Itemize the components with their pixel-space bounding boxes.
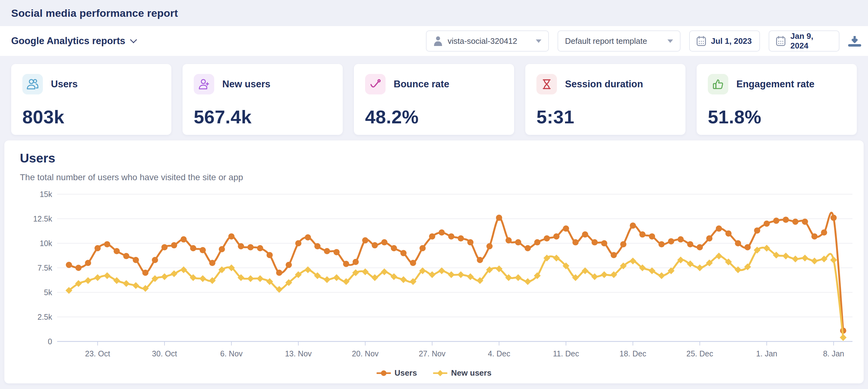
bounce-icon [365,74,385,94]
legend-item[interactable]: Users [377,368,417,378]
svg-text:30. Oct: 30. Oct [152,349,177,358]
calendar-icon [776,36,785,46]
kpi-label: New users [222,79,270,90]
svg-text:11. Dec: 11. Dec [553,349,579,358]
chart-canvas[interactable]: 02.5k5k7.5k10k12.5k15k23. Oct30. Oct6. N… [20,191,848,367]
date-from-value: Jul 1, 2023 [711,36,752,46]
download-icon [848,35,861,47]
toolbar: Google Analytics reports vista-social-32… [0,26,868,56]
users-chart-card: Users The total number of users who have… [4,140,864,383]
title-bar: Social media performance report [0,0,868,26]
kpi-value: 5:31 [536,106,674,128]
users-icon [22,74,43,94]
caret-down-icon [668,39,673,43]
svg-text:7.5k: 7.5k [37,263,53,272]
kpi-value: 567.4k [194,106,332,128]
caret-down-icon [536,39,541,43]
reports-dropdown-label: Google Analytics reports [11,35,125,47]
download-report-button[interactable] [848,35,861,47]
legend-marker-diamond [433,369,447,377]
kpi-label: Bounce rate [394,79,449,90]
person-icon [433,36,443,46]
svg-text:25. Dec: 25. Dec [686,349,713,358]
date-to-picker[interactable]: Jan 9, 2024 [769,30,839,52]
chart-subtitle: The total number of users who have visit… [20,172,848,183]
svg-text:0: 0 [48,337,52,346]
svg-text:23. Oct: 23. Oct [85,349,110,358]
kpi-card-new-users: New users 567.4k [183,64,343,135]
date-to-value: Jan 9, 2024 [790,31,832,51]
svg-text:4. Dec: 4. Dec [488,349,510,358]
kpi-label: Engagement rate [736,79,815,90]
svg-text:20. Nov: 20. Nov [352,349,379,358]
profile-select[interactable]: vista-social-320412 [426,30,549,52]
svg-text:2.5k: 2.5k [37,312,53,321]
kpi-card-engagement-rate: Engagement rate 51.8% [696,64,857,135]
svg-text:18. Dec: 18. Dec [620,349,646,358]
kpi-card-bounce-rate: Bounce rate 48.2% [354,64,514,135]
page-title: Social media performance report [11,7,178,19]
legend-item[interactable]: New users [433,368,491,378]
svg-text:5k: 5k [44,288,53,297]
svg-text:12.5k: 12.5k [33,214,53,223]
kpi-value: 48.2% [365,106,503,128]
chart-title: Users [20,151,848,166]
legend-label: New users [451,368,491,378]
date-from-picker[interactable]: Jul 1, 2023 [689,30,760,52]
svg-text:27. Nov: 27. Nov [419,349,446,358]
svg-text:13. Nov: 13. Nov [285,349,312,358]
profile-select-value: vista-social-320412 [448,36,531,46]
legend-label: Users [395,368,417,378]
kpi-card-users: Users 803k [11,64,172,135]
toolbar-controls: vista-social-320412 Default report templ… [426,30,857,52]
kpi-value: 51.8% [708,106,846,128]
kpi-card-session-duration: Session duration 5:31 [525,64,685,135]
kpi-row: Users 803k New users 567.4k Bounce rate … [0,56,868,135]
hourglass-icon [536,74,557,94]
kpi-label: Session duration [565,79,643,90]
template-select[interactable]: Default report template [558,30,681,52]
svg-text:1. Jan: 1. Jan [756,349,777,358]
svg-text:8. Jan: 8. Jan [823,349,844,358]
kpi-value: 803k [22,106,160,128]
reports-dropdown[interactable]: Google Analytics reports [11,35,136,47]
chart-legend: UsersNew users [20,368,848,378]
svg-text:6. Nov: 6. Nov [220,349,243,358]
thumbs-up-icon [708,74,728,94]
template-select-value: Default report template [565,36,662,46]
svg-text:15k: 15k [40,191,53,198]
svg-text:10k: 10k [40,239,53,248]
user-add-icon [194,74,214,94]
kpi-label: Users [51,79,78,90]
legend-marker-circle [377,369,391,377]
calendar-icon [696,36,706,46]
chevron-down-icon [130,36,137,44]
